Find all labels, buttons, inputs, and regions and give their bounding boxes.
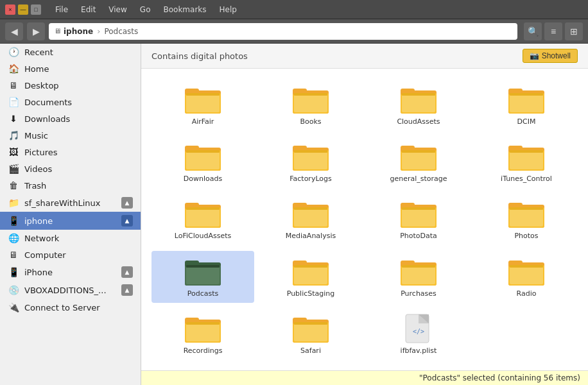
folder-item-mediaanalysis[interactable]: MediaAnalysis bbox=[259, 193, 362, 245]
sidebar-item-music[interactable]: 🎵Music bbox=[0, 127, 141, 144]
folder-label-podcasts: Podcasts bbox=[187, 289, 219, 298]
folder-item-podcasts[interactable]: Podcasts bbox=[151, 251, 254, 303]
folder-item-publicstaging[interactable]: PublicStaging bbox=[259, 251, 362, 303]
folder-item-loficloud[interactable]: LoFiCloudAssets bbox=[151, 193, 254, 245]
svg-rect-33 bbox=[402, 151, 435, 169]
menu-bar: File Edit View Go Bookmarks Help bbox=[50, 4, 242, 15]
folder-item-cloudassets[interactable]: CloudAssets bbox=[367, 79, 470, 131]
sidebar-item-iphone[interactable]: 📱iphone▲ bbox=[0, 212, 141, 230]
sidebar-label-iphone2: iPhone bbox=[24, 268, 116, 277]
folder-item-downloads[interactable]: Downloads bbox=[151, 136, 254, 188]
sidebar-item-home[interactable]: 🏠Home bbox=[0, 60, 141, 77]
folder-icon-photos bbox=[508, 198, 544, 229]
eject-btn-iphone[interactable]: ▲ bbox=[121, 215, 133, 227]
svg-rect-63 bbox=[186, 266, 220, 284]
folder-item-factorylogs[interactable]: FactoryLogs bbox=[259, 136, 362, 188]
folder-item-airfair[interactable]: AirFair bbox=[151, 79, 254, 131]
sidebar-item-connect[interactable]: 🔌Connect to Server bbox=[0, 299, 141, 316]
svg-rect-38 bbox=[510, 151, 543, 169]
breadcrumb-current: Podcasts bbox=[104, 27, 138, 36]
folder-item-books[interactable]: Books bbox=[259, 79, 362, 131]
back-button[interactable]: ◀ bbox=[5, 22, 23, 40]
pictures-icon: 🖼 bbox=[8, 147, 19, 157]
folder-icon-itunes_control bbox=[508, 141, 544, 172]
folder-icon-purchases bbox=[401, 256, 437, 287]
folder-label-radio: Radio bbox=[517, 289, 537, 298]
sidebar-item-computer[interactable]: 🖥Computer bbox=[0, 246, 141, 263]
folder-icon-mediaanalysis bbox=[293, 198, 329, 229]
folder-label-cloudassets: CloudAssets bbox=[397, 117, 440, 126]
search-button[interactable]: 🔍 bbox=[524, 22, 542, 40]
toolbar: ◀ ▶ 🖥 iphone › Podcasts 🔍 ≡ ⊞ bbox=[0, 19, 588, 44]
sidebar-item-sf_share[interactable]: 📁sf_shareWithLinux▲ bbox=[0, 194, 141, 212]
iphone-icon: 📱 bbox=[8, 216, 19, 226]
folder-icon-general_storage bbox=[401, 141, 437, 172]
folder-icon-factorylogs bbox=[293, 141, 329, 172]
toolbar-right: 🔍 ≡ ⊞ bbox=[524, 22, 583, 40]
sidebar-item-desktop[interactable]: 🖥Desktop bbox=[0, 77, 141, 94]
computer-icon: 🖥 bbox=[8, 250, 19, 260]
folder-item-recordings[interactable]: Recordings bbox=[151, 308, 254, 360]
sidebar-item-trash[interactable]: 🗑Trash bbox=[0, 177, 141, 194]
menu-view[interactable]: View bbox=[103, 4, 132, 15]
folder-label-itunes_control: iTunes_Control bbox=[501, 175, 552, 183]
folder-icon-ifbfav: </> bbox=[401, 313, 437, 344]
shotwell-button[interactable]: 📷 Shotwell bbox=[523, 49, 578, 63]
close-button[interactable]: × bbox=[5, 4, 15, 15]
svg-rect-68 bbox=[294, 266, 327, 284]
folder-item-photos[interactable]: Photos bbox=[475, 193, 578, 245]
breadcrumb-root[interactable]: iphone bbox=[64, 27, 93, 36]
sf_share-icon: 📁 bbox=[8, 198, 19, 208]
folder-icon-dcim bbox=[508, 84, 544, 115]
sidebar-item-vbox[interactable]: 💿VBOXADDITIONS_...▲ bbox=[0, 281, 141, 299]
window-controls: × — □ bbox=[5, 4, 41, 15]
svg-rect-53 bbox=[402, 209, 435, 227]
grid-view-button[interactable]: ⊞ bbox=[565, 22, 583, 40]
sidebar-label-documents: Documents bbox=[24, 98, 133, 107]
menu-file[interactable]: File bbox=[50, 4, 73, 15]
recent-icon: 🕐 bbox=[8, 47, 19, 57]
titlebar: × — □ File Edit View Go Bookmarks Help bbox=[0, 0, 588, 19]
svg-rect-73 bbox=[402, 266, 435, 284]
svg-rect-4 bbox=[186, 93, 220, 96]
menu-go[interactable]: Go bbox=[135, 4, 156, 15]
folder-item-safari[interactable]: Safari bbox=[259, 308, 362, 360]
eject-btn-iphone2[interactable]: ▲ bbox=[121, 266, 133, 278]
shotwell-label: Shotwell bbox=[542, 51, 571, 60]
sidebar-item-network[interactable]: 🌐Network bbox=[0, 230, 141, 246]
sidebar-item-recent[interactable]: 🕐Recent bbox=[0, 44, 141, 60]
eject-btn-vbox[interactable]: ▲ bbox=[121, 284, 133, 296]
sidebar-item-documents[interactable]: 📄Documents bbox=[0, 94, 141, 110]
menu-edit[interactable]: Edit bbox=[76, 4, 101, 15]
sidebar-label-recent: Recent bbox=[24, 47, 133, 57]
folder-item-ifbfav[interactable]: </> ifbfav.plist bbox=[367, 308, 470, 360]
list-view-button[interactable]: ≡ bbox=[544, 22, 562, 40]
menu-help[interactable]: Help bbox=[214, 4, 242, 15]
svg-text:</>: </> bbox=[413, 328, 424, 335]
eject-btn-sf_share[interactable]: ▲ bbox=[121, 197, 133, 209]
maximize-button[interactable]: □ bbox=[31, 4, 41, 15]
svg-rect-14 bbox=[402, 93, 435, 96]
folder-label-publicstaging: PublicStaging bbox=[287, 289, 335, 298]
sidebar-item-videos[interactable]: 🎬Videos bbox=[0, 160, 141, 177]
folder-icon-recordings bbox=[185, 313, 221, 344]
trash-icon: 🗑 bbox=[8, 180, 19, 191]
sidebar-item-iphone2[interactable]: 📱iPhone▲ bbox=[0, 263, 141, 281]
folder-item-purchases[interactable]: Purchases bbox=[367, 251, 470, 303]
folder-item-photodata[interactable]: PhotoData bbox=[367, 193, 470, 245]
network-icon: 🌐 bbox=[8, 233, 19, 243]
menu-bookmarks[interactable]: Bookmarks bbox=[158, 4, 211, 15]
svg-rect-24 bbox=[186, 150, 220, 153]
svg-rect-3 bbox=[186, 94, 220, 112]
downloads-icon: ⬇ bbox=[8, 114, 19, 124]
svg-rect-8 bbox=[294, 94, 327, 112]
folder-item-itunes_control[interactable]: iTunes_Control bbox=[475, 136, 578, 188]
sidebar-label-pictures: Pictures bbox=[24, 148, 133, 157]
forward-button[interactable]: ▶ bbox=[27, 22, 45, 40]
folder-item-dcim[interactable]: DCIM bbox=[475, 79, 578, 131]
sidebar-item-downloads[interactable]: ⬇Downloads bbox=[0, 110, 141, 127]
folder-item-radio[interactable]: Radio bbox=[475, 251, 578, 303]
folder-item-general_storage[interactable]: general_storage bbox=[367, 136, 470, 188]
minimize-button[interactable]: — bbox=[18, 4, 28, 15]
sidebar-item-pictures[interactable]: 🖼Pictures bbox=[0, 144, 141, 160]
